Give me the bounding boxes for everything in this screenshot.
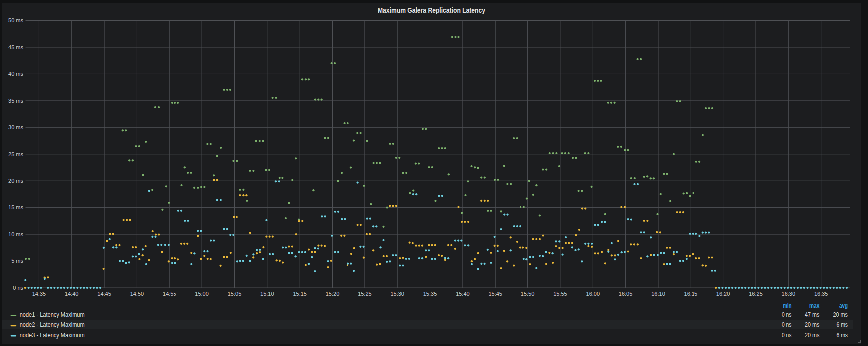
svg-text:20 ms: 20 ms (8, 178, 23, 184)
svg-text:14:45: 14:45 (97, 291, 111, 297)
svg-text:avg: avg (839, 302, 848, 309)
svg-text:20 ms: 20 ms (833, 311, 848, 318)
svg-text:14:50: 14:50 (130, 291, 144, 297)
svg-text:5 ms: 5 ms (11, 258, 23, 264)
svg-text:25 ms: 25 ms (8, 151, 23, 157)
svg-text:40 ms: 40 ms (8, 71, 23, 77)
svg-text:0 ns: 0 ns (782, 321, 792, 328)
svg-text:15 ms: 15 ms (8, 204, 23, 210)
svg-text:0 ns: 0 ns (782, 311, 792, 318)
svg-text:15:50: 15:50 (521, 291, 535, 297)
svg-text:47 ms: 47 ms (805, 311, 820, 318)
svg-text:6 ms: 6 ms (837, 332, 848, 339)
svg-text:0 ns: 0 ns (13, 285, 23, 291)
svg-text:15:15: 15:15 (293, 291, 307, 297)
svg-text:15:35: 15:35 (423, 291, 437, 297)
svg-text:16:25: 16:25 (749, 291, 763, 297)
svg-text:0 ns: 0 ns (782, 332, 792, 339)
svg-text:15:20: 15:20 (326, 291, 340, 297)
svg-text:45 ms: 45 ms (8, 44, 23, 50)
svg-text:20 ms: 20 ms (805, 332, 820, 339)
svg-text:16:10: 16:10 (651, 291, 665, 297)
svg-text:15:25: 15:25 (358, 291, 372, 297)
svg-text:15:40: 15:40 (456, 291, 470, 297)
svg-text:15:10: 15:10 (260, 291, 274, 297)
svg-text:15:00: 15:00 (195, 291, 209, 297)
svg-text:16:00: 16:00 (586, 291, 600, 297)
svg-text:16:35: 16:35 (814, 291, 828, 297)
svg-text:node3 - Latency Maximum: node3 - Latency Maximum (20, 332, 85, 339)
svg-text:16:20: 16:20 (716, 291, 730, 297)
svg-text:10 ms: 10 ms (8, 231, 23, 237)
svg-text:node2 - Latency Maximum: node2 - Latency Maximum (20, 321, 85, 328)
svg-text:16:05: 16:05 (619, 291, 633, 297)
svg-text:node1 - Latency Maximum: node1 - Latency Maximum (20, 311, 85, 318)
svg-text:15:30: 15:30 (390, 291, 404, 297)
svg-text:15:05: 15:05 (228, 291, 242, 297)
svg-text:max: max (809, 302, 820, 309)
svg-text:30 ms: 30 ms (8, 124, 23, 130)
svg-text:15:45: 15:45 (488, 291, 502, 297)
svg-text:14:35: 14:35 (32, 291, 46, 297)
svg-text:14:40: 14:40 (65, 291, 79, 297)
svg-text:50 ms: 50 ms (8, 17, 23, 23)
svg-text:15:55: 15:55 (553, 291, 567, 297)
svg-text:Maximum Galera Replication Lat: Maximum Galera Replication Latency (378, 6, 486, 14)
svg-text:16:15: 16:15 (684, 291, 698, 297)
svg-text:35 ms: 35 ms (8, 98, 23, 104)
svg-text:min: min (783, 302, 792, 309)
svg-text:14:55: 14:55 (163, 291, 176, 297)
svg-text:20 ms: 20 ms (805, 321, 820, 328)
svg-text:16:30: 16:30 (782, 291, 796, 297)
svg-text:6 ms: 6 ms (837, 321, 848, 328)
